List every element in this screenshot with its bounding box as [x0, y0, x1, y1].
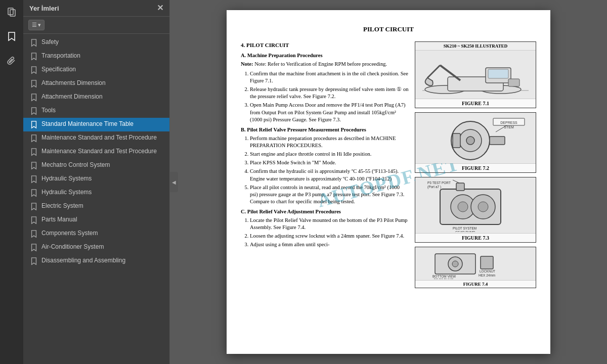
- bookmark-item-hydraulic-systems-1[interactable]: Hydraulic Systems: [23, 172, 169, 186]
- svg-text:(Port a7 ): (Port a7 ): [427, 185, 441, 189]
- bookmark-item-attachment-dimension[interactable]: Attachment Dimension: [23, 90, 169, 104]
- bookmark-icon: [30, 162, 37, 170]
- bookmark-icon: [30, 66, 37, 74]
- bookmark-item-air-conditioner-system[interactable]: Air-Conditioner System: [23, 241, 169, 254]
- bookmark-item-maintenance-standard-1[interactable]: Maintenance Standard and Test Procedure: [23, 131, 169, 145]
- bookmark-label: Maintenance Standard and Test Procedure: [41, 148, 157, 156]
- svg-line-26: [453, 180, 459, 183]
- bookmark-icon: [30, 39, 37, 47]
- svg-point-13: [466, 136, 474, 145]
- figure-7-1-image: [415, 51, 536, 99]
- pdf-page-title: PILOT CIRCUIT: [241, 25, 536, 33]
- svg-rect-15: [490, 136, 505, 145]
- partB-step-1: Perform machine preparation procedures a…: [250, 135, 409, 149]
- partC-step-1: Locate the Pilot Relief Valve mounted on…: [250, 217, 409, 231]
- view-options-button[interactable]: ☰ ▾: [28, 20, 45, 30]
- svg-text:P3 TEST PORT: P3 TEST PORT: [427, 181, 451, 185]
- figure-7-2-image: DEPRESS STEM: [415, 113, 536, 163]
- bookmark-label: Transportation: [41, 52, 80, 60]
- figure-7-3-label: FIGURE 7.3: [415, 233, 536, 242]
- bookmark-icon: [30, 244, 37, 252]
- bookmark-item-tools[interactable]: Tools: [23, 104, 169, 118]
- bookmark-label: Hydraulic Systems: [41, 189, 92, 197]
- svg-text:BOTTOM VIEW: BOTTOM VIEW: [432, 275, 456, 278]
- partA-title: A. Machine Preparation Procedures: [241, 52, 409, 60]
- partA-steps-list: Confirm that the machine front attachmen…: [241, 70, 409, 123]
- bookmark-label: Standard Maintenance Time Table: [41, 120, 134, 128]
- bookmark-item-standard-maintenance-time-table[interactable]: Standard Maintenance Time Table: [23, 118, 169, 131]
- partC-step-2: Loosen the adjusting screw locknut with …: [250, 233, 409, 240]
- pdf-columns: 4. PILOT CIRCUIT A. Machine Preparation …: [241, 41, 536, 292]
- bookmark-label: Parts Manual: [41, 216, 77, 224]
- partC-step-3: Adjust using a 6mm allen until speci-: [250, 241, 409, 248]
- bookmark-icon: [30, 53, 37, 61]
- bookmark-label: Electric System: [41, 202, 83, 210]
- partA-step-2: Release hydraulic tank pressure by depre…: [250, 86, 409, 100]
- bookmark-label: Air-Conditioner System: [41, 243, 104, 251]
- partB-step-4: Confirm that the hydraulic oil is approx…: [250, 168, 409, 182]
- svg-text:OF P3 PUMP: OF P3 PUMP: [433, 278, 453, 279]
- figure-7-1-box: SK210 ~ SK250 ILLUSTRATED: [415, 41, 536, 108]
- bookmark-item-safety[interactable]: Safety: [23, 36, 169, 50]
- bookmark-item-hydraulic-systems-2[interactable]: Hydraulic Systems: [23, 186, 169, 200]
- sidebar-toolbar: ☰ ▾: [23, 17, 169, 34]
- svg-rect-10: [508, 79, 519, 86]
- bookmark-label: Maintenance Standard and Test Procedure: [41, 134, 157, 142]
- bookmark-label: Hydraulic Systems: [41, 175, 92, 183]
- bookmark-icon: [30, 189, 37, 197]
- svg-point-24: [478, 202, 488, 212]
- svg-rect-1: [10, 10, 15, 16]
- bookmark-item-maintenance-standard-2[interactable]: Maintenance Standard and Test Procedure: [23, 145, 169, 159]
- bookmark-icon: [30, 257, 37, 265]
- svg-rect-25: [456, 183, 464, 191]
- sidebar-header-left: Yer İmleri: [29, 5, 59, 12]
- svg-text:GEAR PUMP: GEAR PUMP: [455, 231, 475, 232]
- figure-7-3-box: P3 TEST PORT (Port a7 ) PILOT SYSTEM GEA…: [415, 177, 536, 243]
- pdf-right-column: SK210 ~ SK250 ILLUSTRATED: [415, 41, 536, 292]
- svg-text:LOCKNUT: LOCKNUT: [480, 269, 495, 273]
- partA-step-3: Open Main Pump Access Door and remove th…: [250, 102, 409, 123]
- close-sidebar-button[interactable]: ✕: [157, 4, 163, 12]
- svg-text:STEM: STEM: [504, 125, 514, 129]
- figure-7-2-box: DEPRESS STEM FIGURE 7.2: [415, 112, 536, 173]
- bookmark-item-disassembling-and-assembling[interactable]: Disassembling and Assembling: [23, 254, 169, 268]
- bookmark-icon: [30, 216, 37, 224]
- main-content: AUTOPDF.NET PILOT CIRCUIT 4. PILOT CIRCU…: [170, 0, 607, 364]
- svg-point-33: [452, 261, 458, 267]
- sidebar-panel: Yer İmleri ✕ ☰ ▾ Safety Transportation: [23, 0, 170, 364]
- bookmark-item-mechatro-control-system[interactable]: Mechatro Control System: [23, 159, 169, 172]
- bookmark-item-transportation[interactable]: Transportation: [23, 50, 169, 63]
- partC-steps-list: Locate the Pilot Relief Valve mounted on…: [241, 217, 409, 249]
- attachments-toolbar-icon[interactable]: [4, 53, 20, 69]
- figure-7-4-image: BOTTOM VIEW OF P3 PUMP LOCKNUT HEX 24mm: [415, 247, 536, 280]
- partA-step-1: Confirm that the machine front attachmen…: [250, 70, 409, 84]
- bookmark-icon: [30, 94, 37, 102]
- figure-7-4-box: BOTTOM VIEW OF P3 PUMP LOCKNUT HEX 24mm …: [415, 247, 536, 288]
- bookmark-icon: [30, 134, 37, 143]
- figure-7-2-label: FIGURE 7.2: [415, 163, 536, 172]
- partB-step-5: Place all pilot controls in neutral, rea…: [250, 184, 409, 206]
- bookmark-label: Disassembling and Assembling: [41, 257, 125, 265]
- pdf-left-column: 4. PILOT CIRCUIT A. Machine Preparation …: [241, 41, 409, 292]
- bookmark-icon: [30, 148, 37, 156]
- bookmark-item-parts-manual[interactable]: Parts Manual: [23, 213, 169, 227]
- figure-7-3-image: P3 TEST PORT (Port a7 ) PILOT SYSTEM GEA…: [415, 177, 536, 233]
- bookmark-icon: [30, 175, 37, 184]
- svg-rect-34: [481, 256, 493, 269]
- partC-title: C. Pilot Relief Valve Adjustment Procedu…: [241, 208, 409, 216]
- bookmark-label: Components System: [41, 230, 98, 238]
- partB-steps-list: Perform machine preparation procedures a…: [241, 135, 409, 206]
- pdf-page: AUTOPDF.NET PILOT CIRCUIT 4. PILOT CIRCU…: [227, 10, 550, 354]
- bookmark-item-electric-system[interactable]: Electric System: [23, 200, 169, 213]
- bookmark-icon: [30, 203, 37, 211]
- bookmark-icon: [30, 230, 37, 238]
- pages-toolbar-icon[interactable]: [4, 4, 20, 20]
- svg-rect-14: [453, 133, 460, 148]
- svg-rect-7: [488, 69, 508, 78]
- bookmark-item-components-system[interactable]: Components System: [23, 227, 169, 241]
- bookmark-icon: [30, 80, 37, 88]
- bookmark-item-specification[interactable]: Specification: [23, 63, 169, 77]
- bookmark-item-attachments-dimension[interactable]: Attachments Dimension: [23, 77, 169, 90]
- bookmarks-toolbar-icon[interactable]: [4, 28, 20, 44]
- collapse-handle[interactable]: ◀: [170, 172, 178, 192]
